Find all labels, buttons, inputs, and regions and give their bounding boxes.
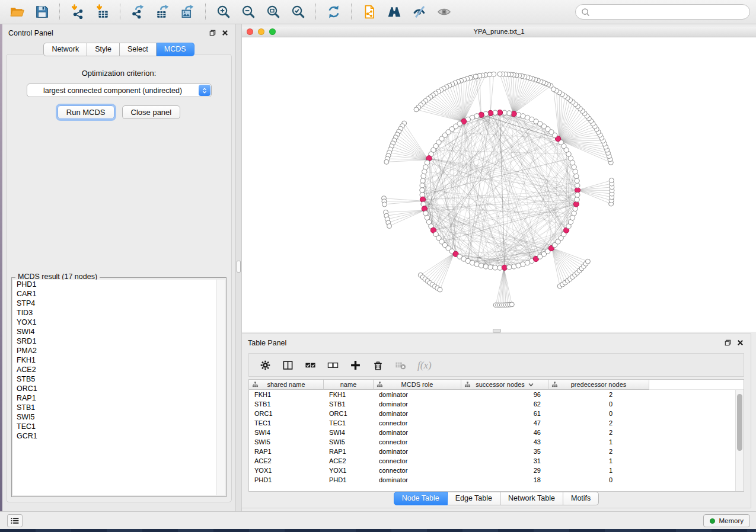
network-node[interactable]	[609, 178, 614, 183]
network-node[interactable]	[585, 259, 590, 264]
network-node[interactable]	[473, 74, 478, 79]
binoculars-button[interactable]	[382, 2, 407, 22]
mcds-result-item[interactable]: ORC1	[13, 384, 225, 393]
network-node[interactable]	[423, 165, 428, 169]
cell[interactable]: ACE2	[324, 456, 374, 466]
close-table-panel-icon[interactable]	[736, 339, 744, 347]
cell[interactable]: 96	[461, 390, 548, 399]
cell[interactable]: 35	[461, 447, 548, 456]
table-row[interactable]: YOX1YOX1connector291	[249, 466, 744, 475]
network-node[interactable]	[493, 265, 497, 270]
network-node[interactable]	[575, 193, 580, 197]
table-row[interactable]: RAP1RAP1dominator352	[249, 447, 744, 456]
mcds-result-item[interactable]: ACE2	[13, 365, 225, 374]
mcds-result-item[interactable]: SWI5	[13, 412, 225, 422]
network-node[interactable]	[516, 263, 521, 268]
tab-network-table[interactable]: Network Table	[500, 492, 563, 505]
table-row[interactable]: FKH1FKH1dominator962	[249, 390, 744, 399]
mcds-result-item[interactable]: STB5	[13, 374, 225, 384]
add-row-button[interactable]	[350, 360, 361, 371]
network-node[interactable]	[507, 111, 512, 116]
refresh-button[interactable]	[321, 2, 346, 22]
clone-network-button[interactable]	[357, 2, 382, 22]
mcds-node[interactable]	[420, 197, 425, 202]
save-button[interactable]	[30, 2, 55, 22]
export-image-button[interactable]	[176, 2, 200, 22]
export-network-button[interactable]	[126, 2, 151, 22]
cell[interactable]: dominator	[374, 447, 461, 456]
cell[interactable]: FKH1	[324, 390, 374, 399]
cell[interactable]: 2	[548, 447, 649, 456]
table-scrollbar-thumb[interactable]	[737, 394, 742, 451]
cell[interactable]: PHD1	[324, 475, 374, 485]
cell[interactable]: FKH1	[249, 390, 324, 399]
network-node[interactable]	[420, 188, 425, 193]
mcds-node[interactable]	[488, 110, 493, 116]
mcds-list-scrollbar[interactable]	[216, 280, 225, 495]
mcds-result-item[interactable]: PMA2	[13, 346, 225, 355]
splitter-grip[interactable]	[237, 261, 241, 273]
cell[interactable]: dominator	[374, 475, 461, 485]
cell[interactable]: 18	[461, 475, 548, 485]
table-scrollbar[interactable]	[735, 390, 744, 491]
network-node[interactable]	[382, 202, 387, 207]
network-node[interactable]	[575, 178, 579, 183]
float-table-panel-icon[interactable]	[724, 339, 732, 347]
tab-style[interactable]: Style	[87, 43, 120, 56]
zoom-fit-button[interactable]	[261, 2, 286, 22]
search-input[interactable]	[593, 5, 744, 18]
network-node[interactable]	[497, 72, 502, 76]
network-node[interactable]	[483, 264, 488, 269]
mcds-result-item[interactable]: CAR1	[13, 289, 225, 299]
cell[interactable]: connector	[374, 456, 461, 466]
optimization-criterion-select[interactable]: largest connected component (undirected)	[27, 84, 212, 97]
network-node[interactable]	[487, 72, 492, 77]
cell[interactable]: SWI5	[249, 437, 324, 447]
cell[interactable]: 1	[548, 456, 649, 466]
network-node[interactable]	[438, 287, 442, 292]
network-node[interactable]	[572, 211, 576, 216]
cell[interactable]: TEC1	[249, 418, 324, 428]
cell[interactable]: 31	[461, 456, 548, 466]
cell[interactable]: connector	[374, 466, 461, 475]
settings-gear-button[interactable]	[260, 360, 271, 371]
network-canvas[interactable]	[242, 37, 756, 332]
cell[interactable]: dominator	[374, 428, 461, 437]
horizontal-splitter-grip[interactable]	[493, 329, 501, 333]
column-header-name[interactable]: name	[324, 380, 374, 390]
cell[interactable]: SWI4	[249, 428, 324, 437]
tab-edge-table[interactable]: Edge Table	[448, 492, 500, 505]
mcds-result-item[interactable]: STP4	[13, 299, 225, 308]
cell[interactable]: 62	[461, 399, 548, 409]
cell[interactable]: 0	[548, 409, 649, 418]
mcds-result-item[interactable]: TID3	[13, 308, 225, 318]
mcds-result-item[interactable]: STB1	[13, 403, 225, 412]
deselect-all-button[interactable]	[327, 360, 339, 371]
cell[interactable]: dominator	[374, 409, 461, 418]
table-row[interactable]: STB1STB1dominator620	[249, 399, 744, 409]
run-mcds-button[interactable]: Run MCDS	[58, 105, 114, 119]
close-panel-button[interactable]: Close panel	[122, 105, 181, 119]
tab-network[interactable]: Network	[43, 43, 87, 56]
zoom-in-button[interactable]	[211, 2, 236, 22]
network-node[interactable]	[574, 174, 579, 178]
mcds-result-item[interactable]: FKH1	[13, 355, 225, 365]
cell[interactable]: PHD1	[249, 475, 324, 485]
cell[interactable]: TEC1	[324, 418, 374, 428]
network-node[interactable]	[384, 159, 389, 164]
cell[interactable]: YOX1	[249, 466, 324, 475]
network-node[interactable]	[573, 169, 578, 174]
column-header-successor-nodes[interactable]: successor nodes	[461, 380, 548, 390]
cell[interactable]: STB1	[249, 399, 324, 409]
column-layout-button[interactable]	[282, 360, 294, 371]
cell[interactable]: 1	[548, 466, 649, 475]
open-folder-button[interactable]	[5, 2, 30, 22]
select-all-button[interactable]	[305, 360, 316, 371]
tab-mcds[interactable]: MCDS	[157, 43, 194, 56]
mcds-node[interactable]	[502, 265, 507, 270]
float-panel-icon[interactable]	[209, 29, 216, 37]
network-node[interactable]	[474, 262, 479, 267]
network-node[interactable]	[521, 114, 525, 118]
network-node[interactable]	[420, 178, 425, 183]
mcds-result-item[interactable]: PHD1	[13, 280, 225, 289]
